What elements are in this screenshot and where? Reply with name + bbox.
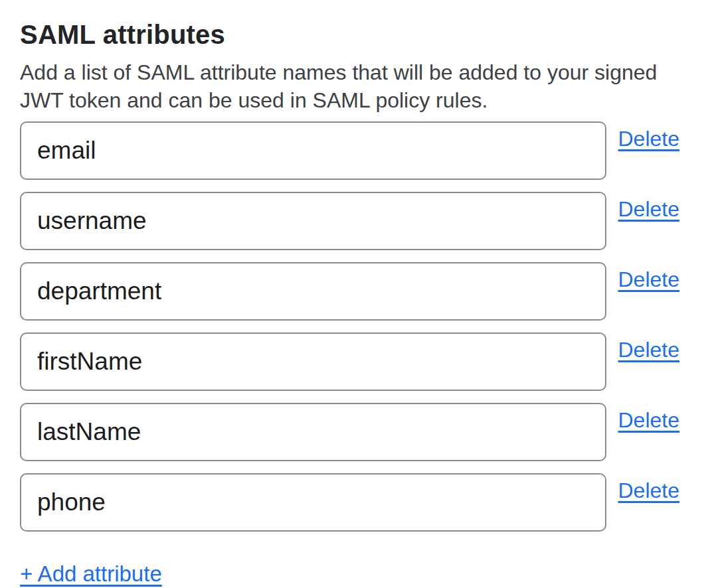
attribute-row: Delete bbox=[20, 332, 679, 391]
attribute-row: Delete bbox=[20, 192, 679, 250]
attribute-row: Delete bbox=[20, 262, 679, 321]
attribute-row: Delete bbox=[20, 121, 679, 180]
delete-attribute-link[interactable]: Delete bbox=[618, 408, 680, 432]
saml-attribute-input[interactable] bbox=[20, 192, 606, 250]
saml-attribute-input[interactable] bbox=[20, 403, 606, 461]
delete-attribute-link[interactable]: Delete bbox=[618, 478, 680, 502]
saml-attribute-input[interactable] bbox=[20, 262, 606, 321]
saml-attribute-input[interactable] bbox=[20, 473, 606, 532]
saml-attribute-input[interactable] bbox=[20, 121, 606, 180]
delete-attribute-link[interactable]: Delete bbox=[618, 267, 680, 291]
add-attribute-link[interactable]: + Add attribute bbox=[20, 561, 162, 587]
delete-attribute-link[interactable]: Delete bbox=[618, 127, 680, 151]
section-description: Add a list of SAML attribute names that … bbox=[20, 58, 679, 114]
delete-attribute-link[interactable]: Delete bbox=[618, 338, 680, 362]
attribute-list: Delete Delete Delete Delete Delete Delet… bbox=[20, 121, 679, 532]
saml-attribute-input[interactable] bbox=[20, 332, 606, 391]
attribute-row: Delete bbox=[20, 473, 679, 532]
delete-attribute-link[interactable]: Delete bbox=[618, 197, 680, 221]
attribute-row: Delete bbox=[20, 403, 679, 461]
saml-attributes-section: SAML attributes Add a list of SAML attri… bbox=[0, 0, 708, 587]
page-title: SAML attributes bbox=[20, 19, 679, 50]
